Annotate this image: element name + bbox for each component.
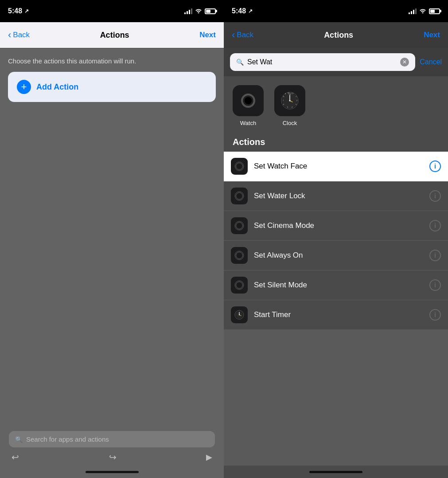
left-home-indicator [0, 466, 224, 478]
right-time-text: 5:48 [232, 7, 246, 15]
set-cinema-mode-icon [231, 217, 248, 234]
set-always-on-info-button[interactable]: i [429, 250, 441, 261]
set-watch-face-label: Set Watch Face [254, 162, 423, 171]
action-item-set-always-on[interactable]: Set Always On i [224, 241, 448, 270]
left-home-bar [86, 471, 139, 473]
right-search-icon: 🔍 [236, 59, 244, 66]
action-item-set-water-lock[interactable]: Set Water Lock i [224, 181, 448, 211]
clock-app-icon: 12 1 2 3 4 5 6 7 8 9 10 11 [274, 85, 305, 116]
left-search-bar[interactable]: 🔍 Search for apps and actions [9, 431, 215, 447]
left-back-button[interactable]: ‹ Back [8, 29, 30, 41]
add-action-button[interactable]: + Add Action [8, 72, 216, 102]
right-search-overlay: 🔍 Set Wat ✕ Cancel [224, 48, 448, 76]
clock-app-label: Clock [283, 120, 297, 126]
add-action-label: Add Action [36, 82, 78, 92]
right-battery-icon [429, 8, 440, 14]
set-watch-face-icon [231, 158, 248, 175]
left-choose-text: Choose the actions this automation will … [8, 57, 216, 65]
right-apps-section: Watch 12 1 2 3 4 5 6 7 8 9 [224, 76, 448, 133]
right-search-field[interactable]: 🔍 Set Wat ✕ [230, 53, 415, 71]
play-button[interactable]: ▶ [206, 452, 212, 462]
left-search-icon: 🔍 [15, 436, 23, 443]
set-silent-mode-icon [231, 277, 248, 294]
left-panel: 5:48 ↗ ‹ Back Actions N [0, 0, 224, 478]
right-home-indicator [224, 466, 448, 478]
left-nav-title: Actions [100, 31, 129, 40]
svg-point-35 [237, 282, 242, 288]
set-cinema-mode-info-button[interactable]: i [429, 220, 441, 231]
set-watch-face-info-button[interactable]: i [429, 161, 441, 172]
set-silent-mode-info-button[interactable]: i [429, 279, 441, 291]
svg-point-32 [237, 253, 242, 258]
start-timer-icon [231, 306, 248, 323]
right-wifi-icon [419, 8, 426, 15]
left-time-text: 5:48 [8, 7, 22, 15]
right-search-input[interactable]: Set Wat [247, 58, 397, 66]
undo-button[interactable]: ↩ [12, 452, 19, 462]
right-signal-icon [409, 8, 417, 14]
start-timer-label: Start Timer [254, 310, 423, 319]
set-always-on-icon [231, 247, 248, 264]
left-status-icons [184, 8, 216, 15]
right-home-bar [309, 471, 362, 473]
right-nav-title: Actions [324, 31, 353, 40]
right-actions-header-text: Actions [233, 137, 265, 147]
svg-point-40 [239, 314, 240, 315]
add-action-circle-icon: + [17, 80, 31, 94]
left-nav-bar: ‹ Back Actions Next [0, 22, 224, 48]
left-status-time: 5:48 ↗ [8, 7, 29, 15]
set-cinema-mode-label: Set Cinema Mode [254, 221, 423, 230]
left-battery-icon [205, 8, 216, 14]
right-location-arrow: ↗ [248, 8, 253, 14]
right-search-row: 🔍 Set Wat ✕ Cancel [230, 53, 442, 71]
right-next-button[interactable]: Next [424, 31, 440, 39]
plus-icon: + [21, 82, 27, 92]
svg-point-23 [237, 164, 242, 169]
right-actions-header: Actions [224, 133, 448, 152]
action-item-start-timer[interactable]: Start Timer i [224, 300, 448, 329]
left-back-chevron: ‹ [8, 29, 11, 41]
left-back-label: Back [13, 31, 30, 39]
action-item-set-watch-face[interactable]: Set Watch Face i [224, 152, 448, 181]
left-wifi-icon [195, 8, 202, 15]
svg-point-29 [237, 223, 242, 228]
right-nav-bar: ‹ Back Actions Next [224, 22, 448, 48]
svg-text:10: 10 [288, 92, 290, 94]
left-status-bar: 5:48 ↗ [0, 0, 224, 22]
right-search-clear-button[interactable]: ✕ [400, 58, 409, 67]
left-next-button[interactable]: Next [199, 31, 216, 39]
right-back-label: Back [237, 31, 253, 39]
watch-app-icon [233, 85, 264, 116]
set-water-lock-label: Set Water Lock [254, 192, 423, 200]
right-cancel-button[interactable]: Cancel [420, 58, 442, 66]
right-action-list: Set Watch Face i Set Water Lock i [224, 152, 448, 466]
watch-app-label: Watch [240, 120, 256, 126]
set-always-on-label: Set Always On [254, 251, 423, 260]
svg-point-3 [244, 97, 252, 105]
right-panel: 5:48 ↗ ‹ Back Actions N [224, 0, 448, 478]
redo-button[interactable]: ↪ [109, 452, 117, 462]
right-back-button[interactable]: ‹ Back [232, 29, 253, 41]
right-status-bar: 5:48 ↗ [224, 0, 448, 22]
left-search-placeholder: Search for apps and actions [26, 435, 109, 443]
start-timer-info-button[interactable]: i [429, 309, 441, 321]
svg-point-20 [289, 100, 291, 102]
left-bottom-toolbar: 🔍 Search for apps and actions ↩ ↪ ▶ [0, 426, 224, 466]
set-silent-mode-label: Set Silent Mode [254, 281, 423, 290]
action-item-set-cinema-mode[interactable]: Set Cinema Mode i [224, 211, 448, 241]
left-toolbar-actions: ↩ ↪ ▶ [9, 447, 215, 462]
app-item-clock[interactable]: 12 1 2 3 4 5 6 7 8 9 10 11 [274, 85, 305, 126]
action-item-set-silent-mode[interactable]: Set Silent Mode i [224, 270, 448, 300]
right-back-chevron: ‹ [232, 29, 235, 41]
set-water-lock-icon [231, 188, 248, 204]
left-main-content: Choose the actions this automation will … [0, 48, 224, 426]
left-location-arrow: ↗ [24, 8, 29, 14]
right-clear-icon: ✕ [402, 59, 407, 65]
set-water-lock-info-button[interactable]: i [429, 190, 441, 202]
app-item-watch[interactable]: Watch [233, 85, 264, 126]
svg-point-26 [237, 193, 242, 199]
svg-text:11: 11 [292, 92, 294, 94]
right-status-icons [409, 8, 440, 15]
left-signal-icon [184, 8, 192, 14]
right-status-time: 5:48 ↗ [232, 7, 253, 15]
